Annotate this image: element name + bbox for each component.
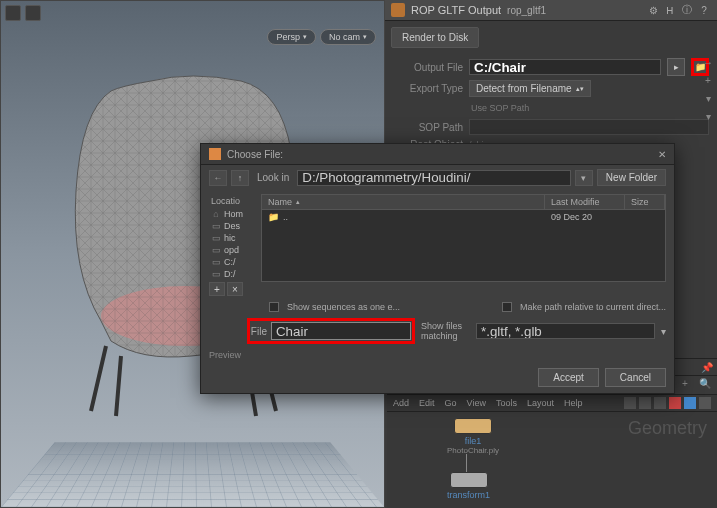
file-row[interactable]: 📁 .. 09 Dec 20 <box>262 210 665 224</box>
dialog-title-text: Choose File: <box>227 149 283 160</box>
viewport-tool-icon[interactable] <box>5 5 21 21</box>
sop-path-input[interactable] <box>469 119 709 135</box>
remove-location-button[interactable]: × <box>227 282 243 296</box>
node-file1[interactable]: file1 PhotoChair.ply <box>447 418 499 455</box>
chevron-down-icon[interactable]: ▾ <box>701 109 715 123</box>
toolbar-icon[interactable] <box>624 397 636 409</box>
output-file-label: Output File <box>393 62 463 73</box>
path-input[interactable] <box>297 170 571 186</box>
location-item[interactable]: ▭D:/ <box>209 268 257 280</box>
panel-title: ROP GLTF Output <box>411 4 501 16</box>
accept-button[interactable]: Accept <box>538 368 599 387</box>
file-list[interactable]: Name▴ Last Modifie Size 📁 .. 09 Dec 20 <box>261 194 666 282</box>
panel-header: ROP GLTF Output rop_gltf1 ⚙ ᕼ ⓘ ? <box>385 0 717 21</box>
date-column-header[interactable]: Last Modifie <box>545 195 625 209</box>
export-type-label: Export Type <box>393 83 463 94</box>
chevron-down-icon[interactable]: ▾ <box>701 91 715 105</box>
relative-path-label: Make path relative to current direct... <box>520 302 666 312</box>
node-wire <box>466 454 467 472</box>
up-button[interactable]: ↑ <box>231 170 249 186</box>
show-sequences-checkbox[interactable] <box>269 302 279 312</box>
file-chooser-dialog: Choose File: ✕ ← ↑ Look in ▾ New Folder … <box>200 143 675 394</box>
browse-arrow-icon[interactable]: ▸ <box>667 58 685 76</box>
size-column-header[interactable]: Size <box>625 195 665 209</box>
filter-input[interactable] <box>476 323 655 339</box>
filename-input[interactable] <box>271 322 411 340</box>
dialog-icon <box>209 148 221 160</box>
plus-icon[interactable]: + <box>701 73 715 87</box>
location-item[interactable]: ▭C:/ <box>209 256 257 268</box>
location-item[interactable]: ▭hic <box>209 232 257 244</box>
back-button[interactable]: ← <box>209 170 227 186</box>
desktop-icon: ▭ <box>211 221 221 231</box>
node-type-icon <box>391 3 405 17</box>
add-location-button[interactable]: + <box>209 282 225 296</box>
location-item[interactable]: ▭opd <box>209 244 257 256</box>
filter-dropdown-icon[interactable]: ▾ <box>661 326 666 337</box>
persp-dropdown[interactable]: Persp <box>267 29 316 45</box>
lookin-label: Look in <box>257 172 289 183</box>
toolbar-icon[interactable] <box>669 397 681 409</box>
menu-add[interactable]: Add <box>393 398 409 408</box>
viewport-tool-icon[interactable] <box>25 5 41 21</box>
locations-sidebar: Locatio ⌂Hom ▭Des ▭hic ▭opd ▭C:/ ▭D:/ + … <box>209 194 257 296</box>
node-name: rop_gltf1 <box>507 5 546 16</box>
path-dropdown-icon[interactable]: ▾ <box>575 170 593 186</box>
folder-up-icon: 📁 <box>268 212 279 222</box>
export-type-dropdown[interactable]: Detect from Filename▴▾ <box>469 80 591 97</box>
render-button[interactable]: Render to Disk <box>391 27 479 48</box>
matching-label: Show files matching <box>421 321 470 341</box>
info-icon[interactable]: ⓘ <box>680 3 694 17</box>
drive-icon: ▭ <box>211 269 221 279</box>
show-sequences-label: Show sequences as one e... <box>287 302 400 312</box>
menu-tools[interactable]: Tools <box>496 398 517 408</box>
file-label: File <box>251 326 267 337</box>
folder-icon: ▭ <box>211 233 221 243</box>
location-item[interactable]: ⌂Hom <box>209 208 257 220</box>
toolbar-icon[interactable] <box>639 397 651 409</box>
link-icon[interactable]: ᕼ <box>663 3 677 17</box>
gear-icon[interactable]: ⚙ <box>646 3 660 17</box>
drive-icon: ▭ <box>211 257 221 267</box>
toolbar-icon[interactable] <box>654 397 666 409</box>
toolbar-icon[interactable] <box>699 397 711 409</box>
menu-help[interactable]: Help <box>564 398 583 408</box>
toolbar-icon[interactable] <box>684 397 696 409</box>
use-sop-label: Use SOP Path <box>469 101 531 115</box>
relative-path-checkbox[interactable] <box>502 302 512 312</box>
new-folder-button[interactable]: New Folder <box>597 169 666 186</box>
name-column-header[interactable]: Name▴ <box>262 195 545 209</box>
arrow-right-icon[interactable]: → <box>701 55 715 69</box>
menu-edit[interactable]: Edit <box>419 398 435 408</box>
home-icon: ⌂ <box>211 209 221 219</box>
preview-label: Preview <box>201 348 674 362</box>
location-item[interactable]: ▭Des <box>209 220 257 232</box>
pin-icon[interactable]: 📌 <box>701 362 713 373</box>
viewport-toolbar <box>5 5 41 21</box>
sop-path-label: SOP Path <box>393 122 463 133</box>
cancel-button[interactable]: Cancel <box>605 368 666 387</box>
help-icon[interactable]: ? <box>697 3 711 17</box>
menu-layout[interactable]: Layout <box>527 398 554 408</box>
locations-header: Locatio <box>209 194 257 208</box>
output-file-input[interactable] <box>469 59 661 75</box>
context-watermark: Geometry <box>628 418 707 439</box>
close-icon[interactable]: ✕ <box>658 149 666 160</box>
menu-go[interactable]: Go <box>445 398 457 408</box>
folder-icon: ▭ <box>211 245 221 255</box>
search-icon[interactable]: 🔍 <box>699 378 713 392</box>
node-transform1[interactable]: transform1 <box>447 472 490 500</box>
plus-icon[interactable]: + <box>682 378 696 392</box>
camera-dropdown[interactable]: No cam <box>320 29 376 45</box>
network-canvas[interactable]: Geometry file1 PhotoChair.ply transform1 <box>387 412 717 507</box>
viewport-grid <box>1 442 384 507</box>
menu-view[interactable]: View <box>467 398 486 408</box>
